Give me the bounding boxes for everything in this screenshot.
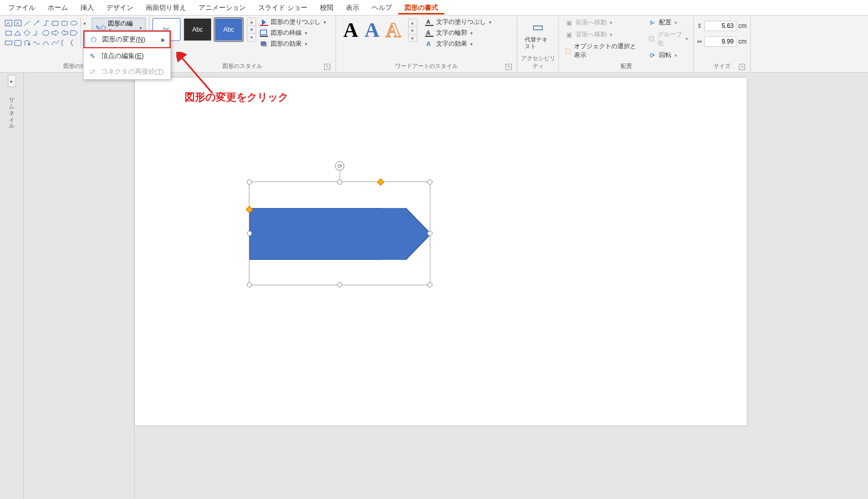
shape-styles-dialog-launcher[interactable]: ⤡ — [324, 64, 330, 70]
shape-scroll-icon[interactable] — [13, 38, 22, 47]
wordart-gallery-nav[interactable]: ▴▾▾ — [408, 19, 417, 41]
group-button[interactable]: ⿻グループ化▾ — [646, 30, 690, 48]
shape-wave-icon[interactable] — [32, 38, 41, 47]
shape-larrow-icon[interactable] — [60, 29, 69, 37]
svg-rect-7 — [52, 21, 58, 25]
menu-slideshow[interactable]: スライド ショー — [252, 1, 314, 15]
texteffects-icon: A — [425, 40, 434, 48]
resize-handle-bl[interactable] — [247, 282, 252, 287]
shape-selection-box[interactable]: ⟳ — [249, 182, 430, 285]
resize-handle-r[interactable] — [427, 231, 432, 236]
thumbnail-expand-button[interactable]: ▸ — [8, 75, 16, 87]
shape-roundrect-icon[interactable] — [60, 19, 69, 27]
shape-rarrow-icon[interactable] — [51, 29, 60, 37]
wordart-style-1[interactable]: A — [343, 18, 358, 42]
menuitem-edit-points[interactable]: ✎ 頂点の編集(E) — [83, 48, 171, 64]
thumbnail-tray[interactable] — [24, 73, 135, 499]
resize-handle-b[interactable] — [337, 282, 342, 287]
shape-diamond-icon[interactable] — [23, 29, 32, 37]
resize-handle-br[interactable] — [427, 282, 432, 287]
svg-rect-26 — [425, 25, 433, 26]
menu-review[interactable]: 校閲 — [314, 1, 340, 15]
svg-line-5 — [34, 21, 38, 25]
wordart-gallery[interactable]: A A A ▴▾▾ — [339, 18, 422, 42]
style-swatch-2[interactable]: Abc — [184, 18, 212, 41]
svg-marker-19 — [262, 19, 266, 25]
text-effects-button[interactable]: A文字の効果▾ — [425, 39, 492, 48]
shape-outline-button[interactable]: 図形の枠線▾ — [259, 29, 326, 37]
svg-text:A: A — [426, 30, 430, 36]
shape-oval-icon[interactable] — [69, 19, 78, 27]
menu-insert[interactable]: 挿入 — [74, 1, 100, 15]
alt-text-icon: ▭ — [532, 20, 544, 34]
width-input[interactable] — [704, 36, 736, 47]
bring-forward-button[interactable]: ▣前面へ移動▾ — [562, 18, 638, 27]
shape-fill-button[interactable]: 図形の塗りつぶし▾ — [259, 18, 326, 26]
edit-points-icon: ✎ — [88, 52, 97, 60]
svg-rect-8 — [62, 21, 67, 25]
alt-text-label: 代替テキスト — [525, 36, 551, 50]
resize-handle-l[interactable] — [247, 231, 252, 236]
text-outline-button[interactable]: A文字の輪郭▾ — [425, 29, 492, 37]
wordart-style-2[interactable]: A — [365, 18, 380, 42]
menu-help[interactable]: ヘルプ — [366, 1, 398, 15]
right-arrow-shape[interactable] — [249, 208, 431, 260]
adjust-handle-1[interactable] — [377, 178, 384, 186]
ribbon-group-accessibility: ▭ 代替テキスト アクセシビリティ — [517, 16, 559, 72]
resize-handle-t[interactable] — [337, 179, 342, 185]
text-fill-button[interactable]: A文字の塗りつぶし▾ — [425, 18, 492, 26]
menu-file[interactable]: ファイル — [2, 1, 41, 15]
menu-home[interactable]: ホーム — [41, 1, 74, 15]
shape-curve-icon[interactable] — [51, 38, 60, 47]
rotation-handle[interactable]: ⟳ — [335, 161, 344, 171]
align-label: 配置 — [659, 18, 671, 27]
shape-r2-1-icon[interactable] — [4, 29, 13, 37]
shape-hex-icon[interactable] — [41, 29, 50, 37]
style-gallery-nav[interactable]: ▴▾▾ — [247, 18, 256, 41]
shape-pent-icon[interactable] — [69, 29, 78, 37]
alt-text-button[interactable]: ▭ 代替テキスト — [521, 18, 555, 52]
style-swatch-3[interactable]: Abc — [215, 18, 243, 41]
shape-triangle-icon[interactable] — [13, 29, 22, 37]
menu-transition[interactable]: 画面切り替え — [139, 1, 192, 15]
group-label-wordart: ワードアートのスタイル⤡ — [339, 61, 514, 71]
wordart-style-3[interactable]: A — [386, 18, 401, 42]
shape-elbow-icon[interactable] — [41, 19, 50, 27]
align-button[interactable]: ⊫配置▾ — [646, 18, 690, 27]
shape-textbox-icon[interactable]: A — [4, 19, 13, 27]
shape-bracket-icon[interactable] — [60, 38, 69, 47]
svg-marker-15 — [61, 30, 68, 36]
wordart-dialog-launcher[interactable]: ⤡ — [506, 64, 512, 70]
menu-shape-format[interactable]: 図形の書式 — [398, 1, 444, 15]
shape-textbox2-icon[interactable]: A — [13, 19, 22, 27]
selection-pane-button[interactable]: ⬚オブジェクトの選択と表示 — [562, 41, 638, 60]
shape-uturn-icon[interactable] — [23, 38, 32, 47]
menu-animation[interactable]: アニメーション — [192, 1, 252, 15]
svg-rect-10 — [6, 31, 11, 35]
menu-design[interactable]: デザイン — [100, 1, 139, 15]
thumbnail-label: サムネイル — [8, 93, 16, 127]
svg-marker-18 — [27, 44, 31, 46]
shape-arrowline-icon[interactable] — [32, 19, 41, 27]
menu-view[interactable]: 表示 — [340, 1, 366, 15]
ribbon-group-shape-styles: bc Abc Abc ▴▾▾ 図形の塗りつぶし▾ 図形の枠線▾ 図形の効果▾ 図… — [149, 16, 336, 72]
resize-handle-tl[interactable] — [247, 179, 252, 185]
svg-marker-14 — [52, 30, 59, 36]
rotate-button[interactable]: ⟳回転▾ — [646, 50, 690, 60]
slide-canvas[interactable]: ⟳ — [135, 78, 747, 425]
send-backward-button[interactable]: ▣背面へ移動▾ — [562, 30, 638, 39]
width-unit: cm — [738, 38, 747, 45]
group-label-shape-styles: 図形のスタイル⤡ — [152, 61, 332, 71]
shape-line-icon[interactable] — [23, 19, 32, 27]
shape-effects-button[interactable]: 図形の効果▾ — [259, 39, 326, 48]
height-input[interactable] — [704, 21, 736, 31]
shape-process-icon[interactable] — [4, 38, 13, 47]
size-dialog-launcher[interactable]: ⤡ — [739, 64, 745, 70]
shape-arc-icon[interactable] — [41, 38, 50, 47]
menuitem-change-shape[interactable]: ⬠ 図形の変更(N) ▶ — [83, 31, 171, 48]
shape-rect-icon[interactable] — [51, 19, 60, 27]
resize-handle-tr[interactable] — [427, 179, 432, 185]
shape-brace-icon[interactable] — [69, 38, 78, 47]
shape-elbow2-icon[interactable] — [32, 29, 41, 37]
shapes-palette[interactable]: A A — [3, 18, 89, 48]
